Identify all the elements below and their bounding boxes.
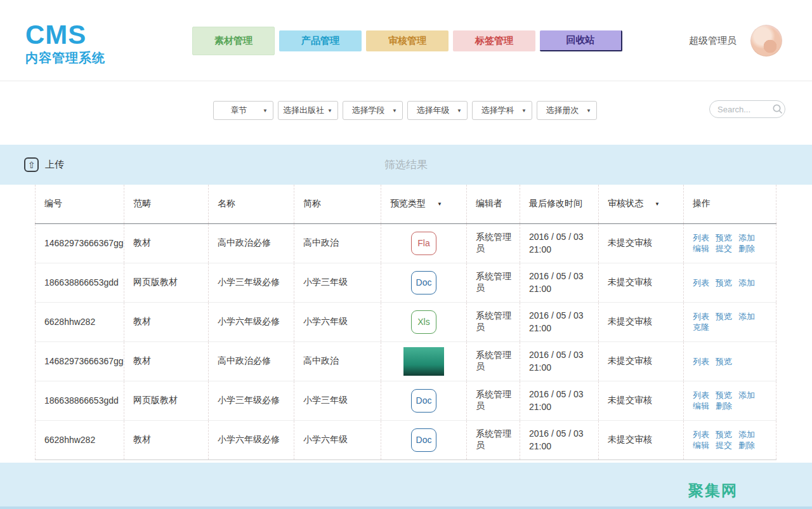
cell-id: 14682973666367gg: [36, 341, 124, 381]
modified-hour: 21:00: [529, 282, 598, 295]
action-preview-link[interactable]: 预览: [716, 233, 732, 242]
modified-date: 2016 / 05 / 03: [529, 348, 598, 361]
dropdown-volume[interactable]: 选择册次▼: [537, 101, 597, 120]
search-input[interactable]: [717, 105, 772, 114]
action-preview-link[interactable]: 预览: [716, 357, 732, 366]
filter-bar: 章节▼ 选择出版社▼ 选择学段▼ 选择年级▼ 选择学科▼ 选择册次▼: [0, 81, 812, 145]
modified-hour: 21:00: [529, 400, 598, 413]
action-clone-link[interactable]: 克隆: [693, 322, 709, 332]
cell-actions: 列表预览添加编辑提交删除: [684, 223, 776, 263]
preview-type-badge: Doc: [411, 271, 436, 294]
header: CMS 内容管理系统 素材管理 产品管理 审核管理 标签管理 回收站 超级管理员: [0, 0, 812, 81]
action-preview-link[interactable]: 预览: [716, 278, 732, 288]
table-row: 186638866653gdd网页版教材小学三年级必修小学三年级Doc系统管理员…: [36, 381, 776, 420]
modified-hour: 21:00: [529, 361, 598, 374]
cell-name: 高中政治必修: [209, 341, 294, 381]
cell-name: 小学三年级必修: [209, 263, 294, 302]
filter-dropdowns: 章节▼ 选择出版社▼ 选择学段▼ 选择年级▼ 选择学科▼ 选择册次▼: [213, 101, 597, 120]
upload-label: 上传: [45, 159, 64, 171]
cell-modified-time: 2016 / 05 / 0321:00: [520, 341, 599, 381]
action-list-link[interactable]: 列表: [693, 390, 709, 400]
action-list-link[interactable]: 列表: [693, 430, 709, 439]
action-preview-link[interactable]: 预览: [716, 312, 732, 321]
action-add-link[interactable]: 添加: [738, 278, 755, 288]
cell-modified-time: 2016 / 05 / 0321:00: [520, 263, 599, 302]
chevron-down-icon: ▼: [521, 108, 527, 114]
brand-logo: CMS 内容管理系统: [25, 22, 105, 67]
action-delete-link[interactable]: 删除: [716, 401, 732, 411]
cell-id: 6628hhw282: [36, 420, 124, 459]
user-name: 超级管理员: [689, 35, 737, 47]
dropdown-grade[interactable]: 选择年级▼: [407, 101, 468, 120]
tab-label: 标签管理: [475, 35, 513, 47]
cell-actions: 列表预览添加克隆: [684, 302, 776, 341]
chevron-down-icon: ▼: [392, 108, 397, 114]
dropdown-subject[interactable]: 选择学科▼: [472, 101, 532, 120]
action-list-link[interactable]: 列表: [693, 312, 709, 321]
action-preview-link[interactable]: 预览: [716, 390, 732, 400]
action-edit-link[interactable]: 编辑: [693, 244, 709, 253]
tab-review-management[interactable]: 审核管理: [366, 30, 449, 51]
cell-short-name: 小学六年级: [294, 302, 381, 341]
search-icon[interactable]: [772, 103, 783, 115]
main-nav: 素材管理 产品管理 审核管理 标签管理 回收站: [192, 0, 622, 81]
modified-date: 2016 / 05 / 03: [529, 230, 598, 243]
col-header-editor: 编辑者: [467, 185, 520, 223]
action-submit-link[interactable]: 提交: [716, 244, 732, 253]
footer: 聚集网: [0, 463, 812, 509]
upload-button[interactable]: ⇧ 上传: [24, 157, 64, 172]
action-submit-link[interactable]: 提交: [716, 440, 732, 450]
tab-material-management[interactable]: 素材管理: [192, 27, 275, 55]
cell-modified-time: 2016 / 05 / 0321:00: [520, 420, 599, 459]
col-header-id: 编号: [36, 185, 124, 223]
cell-actions: 列表预览添加编辑删除: [684, 381, 776, 420]
action-list-link[interactable]: 列表: [693, 233, 709, 242]
cell-review-status: 未提交审核: [599, 420, 684, 459]
cell-preview: Fla: [381, 223, 467, 263]
cell-actions: 列表预览: [684, 341, 776, 381]
action-add-link[interactable]: 添加: [738, 233, 755, 242]
dropdown-label: 选择年级: [417, 105, 450, 116]
modified-date: 2016 / 05 / 03: [529, 270, 598, 282]
cell-name: 高中政治必修: [209, 223, 294, 263]
modified-date: 2016 / 05 / 03: [529, 309, 598, 322]
table-body: 14682973666367gg教材高中政治必修高中政治Fla系统管理员2016…: [36, 223, 776, 459]
action-add-link[interactable]: 添加: [738, 390, 755, 400]
action-delete-link[interactable]: 删除: [738, 244, 755, 253]
cell-preview: [381, 341, 467, 381]
action-list-link[interactable]: 列表: [693, 357, 709, 366]
user-avatar[interactable]: [750, 25, 782, 56]
sort-caret-icon[interactable]: ▼: [655, 201, 660, 207]
toolbar-band: ⇧ 上传 筛选结果: [0, 145, 812, 185]
tab-recycle-bin[interactable]: 回收站: [540, 30, 622, 51]
dropdown-publisher[interactable]: 选择出版社▼: [278, 101, 338, 120]
action-list-link[interactable]: 列表: [693, 278, 709, 288]
user-box: 超级管理员: [689, 0, 782, 81]
site-watermark: 聚集网: [688, 480, 738, 501]
cell-editor: 系统管理员: [467, 381, 520, 420]
preview-type-badge: Doc: [411, 389, 436, 413]
table-row: 14682973666367gg教材高中政治必修高中政治Fla系统管理员2016…: [36, 223, 776, 263]
modified-hour: 21:00: [529, 243, 598, 256]
tab-product-management[interactable]: 产品管理: [279, 30, 362, 51]
action-add-link[interactable]: 添加: [738, 430, 755, 439]
action-edit-link[interactable]: 编辑: [693, 401, 709, 411]
col-header-modified-time: 最后修改时间: [520, 185, 599, 223]
dropdown-chapter[interactable]: 章节▼: [213, 101, 273, 120]
col-header-review-status[interactable]: 审核状态▼: [599, 185, 684, 223]
modified-date: 2016 / 05 / 03: [529, 388, 598, 400]
cell-name: 小学六年级必修: [209, 302, 294, 341]
tab-label-management[interactable]: 标签管理: [453, 30, 535, 51]
preview-thumbnail-image[interactable]: [403, 347, 444, 376]
action-preview-link[interactable]: 预览: [716, 430, 732, 439]
cell-name: 小学三年级必修: [209, 381, 294, 420]
sort-caret-icon[interactable]: ▼: [437, 201, 442, 207]
upload-icon: ⇧: [24, 157, 39, 172]
action-delete-link[interactable]: 删除: [738, 440, 755, 450]
cell-id: 186638866653gdd: [36, 263, 124, 302]
cell-actions: 列表预览添加: [684, 263, 776, 302]
col-header-preview-type[interactable]: 预览类型▼: [381, 185, 467, 223]
action-add-link[interactable]: 添加: [738, 312, 755, 321]
dropdown-stage[interactable]: 选择学段▼: [343, 101, 403, 120]
action-edit-link[interactable]: 编辑: [693, 440, 709, 450]
